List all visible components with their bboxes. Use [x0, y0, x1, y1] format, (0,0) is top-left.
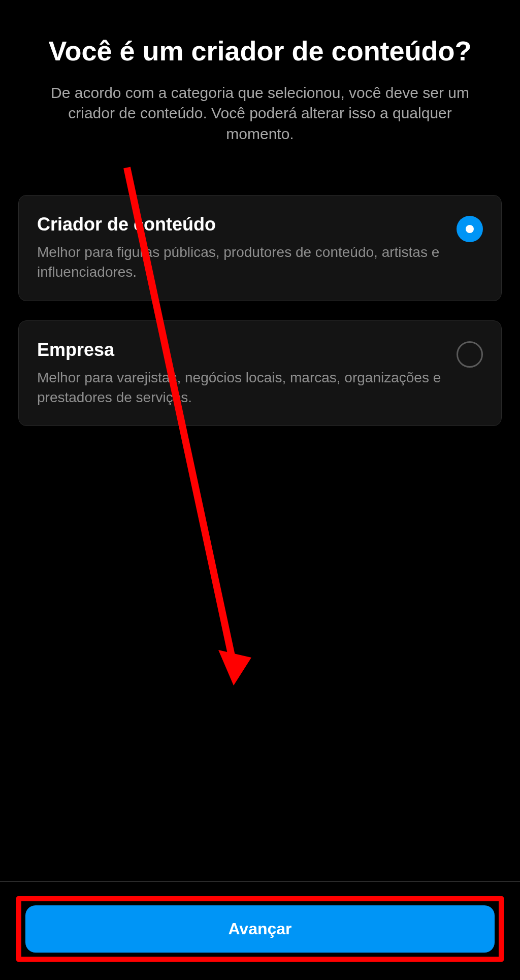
page-subtitle: De acordo com a categoria que selecionou… — [20, 83, 500, 145]
radio-selected-icon[interactable] — [457, 216, 483, 242]
option-business[interactable]: Empresa Melhor para varejistas, negócios… — [18, 320, 502, 426]
header-section: Você é um criador de conteúdo? De acordo… — [0, 0, 520, 144]
option-description: Melhor para varejistas, negócios locais,… — [37, 368, 444, 407]
radio-unselected-icon[interactable] — [457, 341, 483, 368]
page-title: Você é um criador de conteúdo? — [20, 35, 500, 68]
next-button[interactable]: Avançar — [25, 905, 495, 953]
annotation-highlight-box: Avançar — [16, 896, 504, 962]
option-content: Criador de conteúdo Melhor para figuras … — [37, 214, 457, 282]
option-content: Empresa Melhor para varejistas, negócios… — [37, 339, 457, 407]
options-container: Criador de conteúdo Melhor para figuras … — [0, 144, 520, 426]
footer-section: Avançar — [0, 881, 520, 980]
option-description: Melhor para figuras públicas, produtores… — [37, 242, 444, 282]
option-title: Criador de conteúdo — [37, 214, 444, 235]
svg-marker-1 — [218, 650, 251, 685]
option-creator[interactable]: Criador de conteúdo Melhor para figuras … — [18, 195, 502, 301]
option-title: Empresa — [37, 339, 444, 361]
